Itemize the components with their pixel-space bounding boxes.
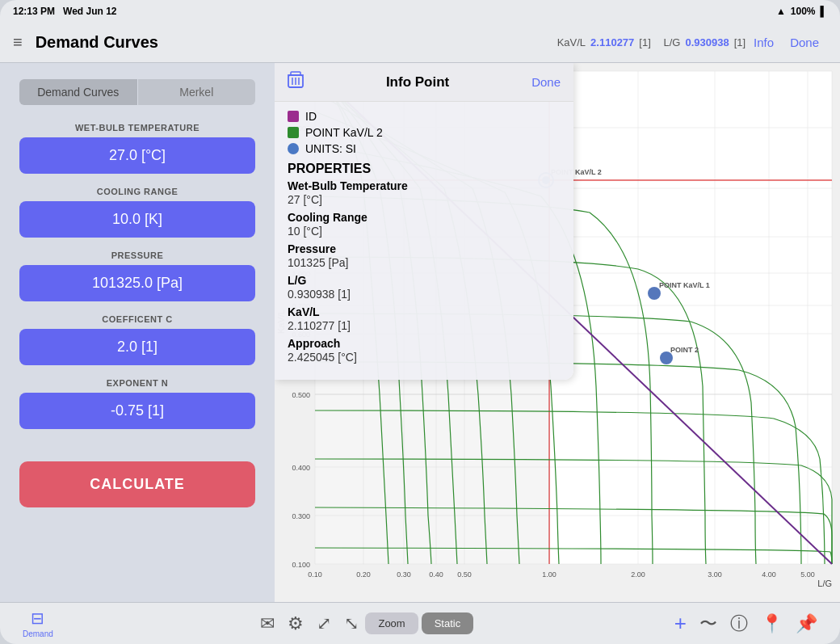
mail-button[interactable]: ✉ bbox=[254, 610, 281, 638]
svg-text:POINT 2: POINT 2 bbox=[670, 346, 699, 354]
svg-text:1.00: 1.00 bbox=[542, 570, 556, 579]
zoom-static-group: Zoom Static bbox=[365, 612, 473, 634]
svg-text:0.30: 0.30 bbox=[397, 570, 411, 579]
prop-label-0: Wet-Bulb Temperature bbox=[288, 179, 561, 192]
kav-label: KaV/L bbox=[557, 36, 586, 48]
svg-text:0.300: 0.300 bbox=[292, 512, 310, 520]
info-popup-done-button[interactable]: Done bbox=[531, 75, 561, 89]
pin1-button[interactable]: 📍 bbox=[754, 610, 789, 638]
pressure-input[interactable] bbox=[19, 265, 255, 301]
expand-button[interactable]: ⤢ bbox=[310, 610, 338, 638]
pressure-label: PRESSURE bbox=[19, 250, 255, 260]
cooling-range-label: COOLING RANGE bbox=[19, 187, 255, 196]
menu-icon[interactable]: ≡ bbox=[13, 33, 23, 52]
svg-text:0.50: 0.50 bbox=[457, 570, 472, 579]
tab-merkel[interactable]: Merkel bbox=[138, 79, 256, 105]
cooling-range-field-group: COOLING RANGE bbox=[19, 187, 255, 238]
compress-button[interactable]: ⤡ bbox=[338, 610, 365, 638]
info-popup: Info Point Done ID POINT KaV/L 2 UNITS: … bbox=[275, 63, 573, 380]
static-button[interactable]: Static bbox=[422, 612, 474, 634]
nav-bar: ≡ Demand Curves KaV/L 2.110277 [1] L/G 0… bbox=[0, 23, 840, 63]
svg-text:3.00: 3.00 bbox=[708, 570, 722, 579]
prop-value-4: 2.110277 [1] bbox=[288, 319, 561, 332]
prop-label-4: KaV/L bbox=[288, 305, 561, 318]
exponent-input[interactable] bbox=[19, 393, 255, 429]
main-content: Demand Curves Merkel WET-BULB TEMPERATUR… bbox=[0, 63, 840, 602]
battery-icon: ▌ bbox=[820, 6, 827, 17]
lg-bracket: [1] bbox=[734, 36, 746, 48]
prop-label-1: Cooling Range bbox=[288, 211, 561, 224]
demand-label: Demand bbox=[23, 629, 53, 638]
right-panel: POINT KaV/L 2 POINT KaV/L 1 POINT 2 5.00… bbox=[275, 63, 840, 602]
exponent-field-group: EXPONENT N bbox=[19, 378, 255, 429]
svg-text:5.00: 5.00 bbox=[800, 570, 815, 579]
status-right: ▲ 100% ▌ bbox=[776, 6, 827, 17]
tab-demand-curves[interactable]: Demand Curves bbox=[19, 79, 137, 105]
calculate-button[interactable]: CALCULATE bbox=[19, 461, 255, 507]
svg-text:0.10: 0.10 bbox=[308, 570, 322, 579]
wifi-icon: ▲ bbox=[776, 6, 786, 17]
exponent-label: EXPONENT N bbox=[19, 378, 255, 388]
prop-label-5: Approach bbox=[288, 337, 561, 350]
bottom-bar: ⊟ Demand ✉ ⚙ ⤢ ⤡ Zoom Static + 〜 ⓘ 📍 📌 bbox=[0, 602, 840, 644]
prop-value-3: 0.930938 [1] bbox=[288, 288, 561, 301]
gear-button[interactable]: ⚙ bbox=[281, 610, 310, 638]
svg-text:4.00: 4.00 bbox=[762, 570, 776, 579]
done-button[interactable]: Done bbox=[782, 32, 827, 53]
battery-text: 100% bbox=[791, 6, 816, 17]
svg-text:0.40: 0.40 bbox=[429, 570, 443, 579]
kav-value: 2.110277 bbox=[590, 36, 634, 48]
tab-row: Demand Curves Merkel bbox=[19, 79, 255, 105]
svg-text:0.20: 0.20 bbox=[356, 570, 371, 579]
id-color-magenta bbox=[288, 111, 299, 122]
left-panel: Demand Curves Merkel WET-BULB TEMPERATUR… bbox=[0, 63, 275, 602]
bottom-tab-demand[interactable]: ⊟ Demand bbox=[16, 605, 60, 642]
trash-button[interactable] bbox=[288, 71, 304, 93]
lg-label: L/G bbox=[663, 36, 680, 48]
svg-text:2.00: 2.00 bbox=[631, 570, 645, 579]
id-label: ID bbox=[305, 110, 317, 123]
prop-value-1: 10 [°C] bbox=[288, 225, 561, 238]
point-name: POINT KaV/L 2 bbox=[305, 126, 383, 139]
page-title: Demand Curves bbox=[36, 33, 158, 52]
coefficient-input[interactable] bbox=[19, 329, 255, 365]
wet-bulb-field-group: WET-BULB TEMPERATURE bbox=[19, 123, 255, 174]
zoom-button[interactable]: Zoom bbox=[365, 612, 418, 634]
info-popup-title: Info Point bbox=[304, 74, 531, 90]
svg-text:0.400: 0.400 bbox=[292, 464, 310, 472]
prop-label-3: L/G bbox=[288, 274, 561, 287]
prop-value-2: 101325 [Pa] bbox=[288, 256, 561, 269]
status-bar: 12:13 PM Wed Jun 12 ▲ 100% ▌ bbox=[0, 0, 840, 23]
svg-text:0.500: 0.500 bbox=[292, 391, 310, 399]
info-button[interactable]: Info bbox=[746, 32, 782, 53]
pressure-field-group: PRESSURE bbox=[19, 250, 255, 301]
cooling-range-input[interactable] bbox=[19, 201, 255, 238]
wet-bulb-input[interactable] bbox=[19, 137, 255, 174]
kav-display: KaV/L 2.110277 [1] L/G 0.930938 [1] bbox=[557, 36, 746, 48]
pin2-button[interactable]: 📌 bbox=[789, 610, 824, 638]
coefficient-field-group: COEFFICENT C bbox=[19, 314, 255, 365]
plus-button[interactable]: + bbox=[668, 608, 693, 639]
properties-title: PROPERTIES bbox=[288, 162, 561, 176]
prop-value-5: 2.425045 [°C] bbox=[288, 351, 561, 364]
wet-bulb-label: WET-BULB TEMPERATURE bbox=[19, 123, 255, 133]
units-row: UNITS: SI bbox=[288, 142, 561, 155]
id-row: ID bbox=[288, 110, 561, 123]
kav-bracket: [1] bbox=[639, 36, 650, 48]
point-name-row: POINT KaV/L 2 bbox=[288, 126, 561, 139]
demand-icon: ⊟ bbox=[31, 608, 44, 628]
svg-text:L/G: L/G bbox=[817, 579, 832, 588]
svg-text:0.100: 0.100 bbox=[292, 561, 310, 569]
svg-text:POINT KaV/L 1: POINT KaV/L 1 bbox=[659, 281, 710, 289]
prop-value-0: 27 [°C] bbox=[288, 193, 561, 206]
coefficient-label: COEFFICENT C bbox=[19, 314, 255, 324]
id-color-blue bbox=[288, 143, 299, 154]
info-circle-button[interactable]: ⓘ bbox=[724, 608, 754, 639]
units-text: UNITS: SI bbox=[305, 142, 356, 155]
wave-button[interactable]: 〜 bbox=[693, 608, 724, 639]
status-time: 12:13 PM Wed Jun 12 bbox=[13, 6, 117, 17]
lg-value: 0.930938 bbox=[685, 36, 729, 48]
info-popup-body: ID POINT KaV/L 2 UNITS: SI PROPERTIES We… bbox=[275, 102, 573, 380]
info-popup-header: Info Point Done bbox=[275, 63, 573, 102]
prop-label-2: Pressure bbox=[288, 242, 561, 255]
